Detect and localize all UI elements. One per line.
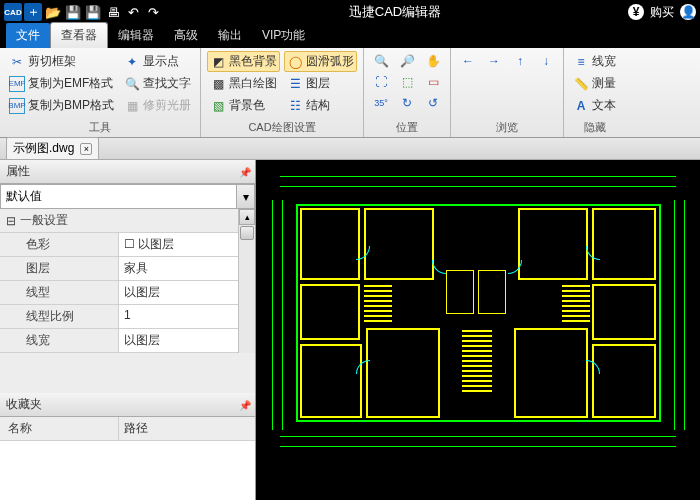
property-row-ltscale[interactable]: 线型比例1 <box>0 305 238 329</box>
pin-icon[interactable]: 📌 <box>239 167 249 177</box>
property-section[interactable]: ⊟一般设置 <box>0 209 238 233</box>
bw-draw-button[interactable]: ▩黑白绘图 <box>207 73 280 94</box>
room <box>518 208 588 280</box>
elevator <box>478 270 506 314</box>
room <box>366 328 440 418</box>
nav-right-button[interactable]: → <box>483 51 505 71</box>
trim-button[interactable]: ▦修剪光册 <box>121 95 194 116</box>
stair <box>364 284 392 322</box>
arrow-up-icon: ↑ <box>512 53 528 69</box>
bg-color-button[interactable]: ▧背景色 <box>207 95 280 116</box>
document-tab[interactable]: 示例图.dwg × <box>6 137 99 160</box>
dimension-line <box>280 186 676 187</box>
scrollbar[interactable]: ▴ <box>238 209 255 353</box>
room <box>592 344 656 418</box>
dimension-line <box>272 200 273 430</box>
property-row-color[interactable]: 色彩☐ 以图层 <box>0 233 238 257</box>
bw-icon: ▩ <box>210 76 226 92</box>
nav-up-button[interactable]: ↑ <box>509 51 531 71</box>
zoomout-button[interactable]: 🔎 <box>396 51 418 71</box>
properties-panel: 属性 📌 默认值 ▾ ⊟一般设置 色彩☐ 以图层 图层家具 线型以图层 线型比例… <box>0 160 256 500</box>
drawing-canvas[interactable] <box>256 160 700 500</box>
undo-icon[interactable]: ↶ <box>124 3 142 21</box>
lineweight-button[interactable]: ≡线宽 <box>570 51 619 72</box>
nav-down-button[interactable]: ↓ <box>535 51 557 71</box>
window-button[interactable]: ▭ <box>422 72 444 92</box>
room <box>300 344 362 418</box>
favorites-list <box>0 441 255 500</box>
tab-editor[interactable]: 编辑器 <box>108 23 164 48</box>
currency-icon[interactable]: ¥ <box>628 4 644 20</box>
scroll-thumb[interactable] <box>240 226 254 240</box>
zoom-icon: 🔍 <box>373 53 389 69</box>
text-button[interactable]: A文本 <box>570 95 619 116</box>
extent-icon: ⬚ <box>399 74 415 90</box>
show-point-button[interactable]: ✦显示点 <box>121 51 194 72</box>
group-label-browse: 浏览 <box>457 119 557 135</box>
window-icon: ▭ <box>425 74 441 90</box>
close-tab-icon[interactable]: × <box>80 143 92 155</box>
smooth-arc-button[interactable]: ◯圆滑弧形 <box>284 51 357 72</box>
tab-viewer[interactable]: 查看器 <box>50 22 108 48</box>
print-icon[interactable]: 🖶 <box>104 3 122 21</box>
pan-button[interactable]: ✋ <box>422 51 444 71</box>
favorites-header: 收藏夹 📌 <box>0 393 255 417</box>
rotate-button[interactable]: 35° <box>370 93 392 113</box>
titlebar-right: ¥ 购买 👤 <box>628 4 696 21</box>
tab-vip[interactable]: VIP功能 <box>252 23 315 48</box>
arrow-left-icon: ← <box>460 53 476 69</box>
ribbon-tabs: 文件 查看器 编辑器 高级 输出 VIP功能 <box>0 24 700 48</box>
nav-left-button[interactable]: ← <box>457 51 479 71</box>
lineweight-icon: ≡ <box>573 54 589 70</box>
stair <box>462 328 492 392</box>
document-tabs: 示例图.dwg × <box>0 138 700 160</box>
dimension-line <box>280 176 676 177</box>
find-text-button[interactable]: 🔍查找文字 <box>121 73 194 94</box>
fit-button[interactable]: ⛶ <box>370 72 392 92</box>
new-icon[interactable]: ＋ <box>24 3 42 21</box>
struct-button[interactable]: ☷结构 <box>284 95 357 116</box>
pin-icon[interactable]: 📌 <box>239 400 249 410</box>
rotate2-button[interactable]: ↻ <box>396 93 418 113</box>
point-icon: ✦ <box>124 54 140 70</box>
extent-button[interactable]: ⬚ <box>396 72 418 92</box>
rotate-icon: 35° <box>373 95 389 111</box>
elevator <box>446 270 474 314</box>
saveas-icon[interactable]: 💾 <box>84 3 102 21</box>
save-icon[interactable]: 💾 <box>64 3 82 21</box>
favorites-columns: 名称 路径 <box>0 417 255 441</box>
quick-access-toolbar: CAD ＋ 📂 💾 💾 🖶 ↶ ↷ <box>4 3 162 21</box>
group-label-tools: 工具 <box>6 119 194 135</box>
property-row-lineweight[interactable]: 线宽以图层 <box>0 329 238 353</box>
property-row-linetype[interactable]: 线型以图层 <box>0 281 238 305</box>
clip-frame-button[interactable]: ✂剪切框架 <box>6 51 117 72</box>
redo-icon[interactable]: ↷ <box>144 3 162 21</box>
black-bg-button[interactable]: ◩黑色背景 <box>207 51 280 72</box>
layer-button[interactable]: ☰图层 <box>284 73 357 94</box>
tab-file[interactable]: 文件 <box>6 23 50 48</box>
group-label-position: 位置 <box>370 119 444 135</box>
selection-dropdown[interactable]: 默认值 ▾ <box>0 184 255 209</box>
dimension-line <box>282 200 283 430</box>
rotate3-button[interactable]: ↺ <box>422 93 444 113</box>
room <box>364 208 434 280</box>
user-icon[interactable]: 👤 <box>680 4 696 20</box>
rotate2-icon: ↻ <box>399 95 415 111</box>
copy-bmp-button[interactable]: BMP复制为BMP格式 <box>6 95 117 116</box>
scroll-up-icon[interactable]: ▴ <box>239 209 255 225</box>
zoom-button[interactable]: 🔍 <box>370 51 392 71</box>
copy-emf-button[interactable]: EMF复制为EMF格式 <box>6 73 117 94</box>
layer-icon: ☰ <box>287 76 303 92</box>
tab-advanced[interactable]: 高级 <box>164 23 208 48</box>
trim-icon: ▦ <box>124 98 140 114</box>
tab-output[interactable]: 输出 <box>208 23 252 48</box>
struct-icon: ☷ <box>287 98 303 114</box>
properties-header: 属性 📌 <box>0 160 255 184</box>
app-icon[interactable]: CAD <box>4 3 22 21</box>
chevron-down-icon: ▾ <box>236 185 254 208</box>
open-icon[interactable]: 📂 <box>44 3 62 21</box>
room <box>300 208 360 280</box>
buy-link[interactable]: 购买 <box>650 4 674 21</box>
property-row-layer[interactable]: 图层家具 <box>0 257 238 281</box>
measure-button[interactable]: 📏测量 <box>570 73 619 94</box>
